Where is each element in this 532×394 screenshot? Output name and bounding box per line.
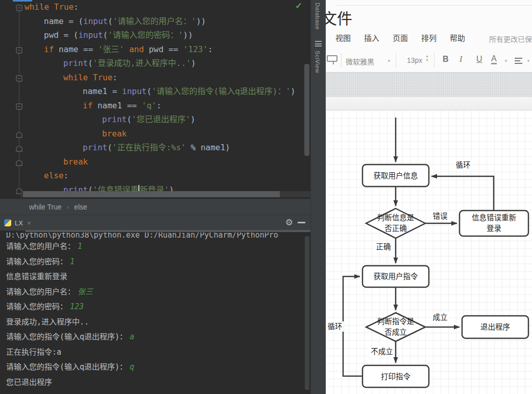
code-editor[interactable]: while True:name = (input('请输入您的用户名：'))pw… (0, 0, 310, 198)
font-size-stepper[interactable]: ▲ ▼ (425, 54, 429, 62)
diagram-canvas[interactable]: 获取用户信息判断信息是否正确信息错误重新登录获取用户指令判断指令是否成立退出程序… (326, 110, 532, 394)
flowchart: 获取用户信息判断信息是否正确信息错误重新登录获取用户指令判断指令是否成立退出程序… (326, 110, 532, 394)
code-line[interactable]: else: (0, 169, 310, 183)
menu-item[interactable]: 插入 (364, 32, 379, 43)
chevron-down-icon[interactable]: ▼ (504, 59, 508, 63)
console-user-input: q (130, 362, 134, 372)
flow-node-get-user-info[interactable]: 获取用户信息 (362, 165, 429, 187)
menu-item[interactable]: 帮助 (450, 32, 465, 43)
flow-node-check-info[interactable]: 判断信息是否正确 (366, 208, 425, 238)
flow-node-label: 打印指令 (381, 373, 410, 381)
font-family-select[interactable]: 微软雅黑 (346, 56, 374, 66)
breadcrumb-item[interactable]: else (74, 203, 87, 211)
flow-edge-label-loop-top[interactable]: 循环 (454, 160, 472, 170)
window-top-border (337, 5, 532, 6)
chevron-down-icon[interactable]: ▼ (387, 59, 391, 63)
code-line[interactable]: if name == '张三' and pwd == '123': (0, 42, 310, 57)
sciview-grid-icon (315, 41, 322, 47)
console-line: 请输入您的用户名：张三 (6, 285, 310, 300)
code-line[interactable]: if name1 == 'q': (0, 99, 310, 113)
flow-edge-label-valid[interactable]: 成立 (431, 312, 449, 322)
flow-node-check-command[interactable]: 判断指令是否成立 (366, 313, 425, 341)
breadcrumb-item[interactable]: while True (29, 203, 62, 211)
console-line: 请输入您的指令(输入q退出程序)：a (6, 330, 310, 345)
app-title: 文件 (326, 6, 352, 29)
console-line: 请输入您的用户名：1 (6, 239, 310, 254)
console-line: 您已退出程序 (6, 375, 310, 390)
code-area[interactable]: while True:name = (input('请输入您的用户名：'))pw… (0, 0, 310, 197)
flow-node-get-command[interactable]: 获取用户指令 (362, 266, 429, 287)
run-tab[interactable]: LX (15, 219, 23, 227)
flow-node-label: 信息错误重新 (472, 214, 516, 222)
diagram-app-window: 文件 视图插入页面排列帮助 所有更改已保 微软雅黑 ▼ 13px ▲ ▼ B I… (326, 0, 532, 394)
console-user-input: 1 (78, 242, 82, 251)
font-color-button[interactable]: A (491, 55, 497, 64)
code-line[interactable]: while True: (0, 0, 310, 14)
ruler-band (326, 97, 532, 110)
flow-edge-label-wrong[interactable]: 错误 (431, 211, 449, 221)
code-line[interactable]: name = (input('请输入您的用户名：')) (0, 14, 310, 29)
menu-item[interactable]: 排列 (421, 32, 437, 43)
underline-button[interactable]: U (476, 55, 482, 64)
flow-node-label: 退出程序 (480, 323, 510, 331)
console-prompt: 请输入您的密码： (6, 257, 67, 266)
breadcrumb-separator: › (67, 203, 69, 211)
step-up-icon[interactable]: ▲ (425, 54, 429, 58)
console-line: 请输入您的指令(输入q退出程序)：q (6, 360, 310, 375)
format-toolbar: 微软雅黑 ▼ 13px ▲ ▼ B I U A ▼ ▼ (326, 49, 532, 73)
flow-node-label: 登录 (487, 224, 501, 233)
align-button[interactable] (515, 58, 522, 64)
code-line[interactable]: name1 = input('请输入您的指令(输入q退出程序)：') (0, 84, 310, 99)
toolbar-separator (341, 53, 342, 67)
console-line: 正在执行指令:a (6, 345, 310, 360)
code-line[interactable]: print('正在执行指令:%s' % name1) (0, 141, 310, 155)
gear-icon[interactable]: ⚙ (285, 217, 293, 228)
code-line[interactable]: print('登录成功,进入程序中..') (0, 56, 310, 71)
menu-item[interactable]: 页面 (393, 32, 408, 43)
sidebar-item-sciview[interactable]: SciView (315, 51, 321, 73)
flow-node-label: 获取用户信息 (374, 172, 418, 180)
console-output[interactable]: D:\python\python38\python.exe D:/RuanJia… (0, 233, 310, 394)
flow-node-print-command[interactable]: 打印指令 (362, 365, 429, 387)
code-line[interactable]: while True: (0, 71, 310, 85)
inspection-ok-icon: ✓ (295, 1, 302, 11)
console-prompt: 请输入您的指令(输入q退出程序)： (6, 332, 127, 341)
step-down-icon[interactable]: ▼ (425, 58, 429, 62)
code-line[interactable]: break (0, 155, 310, 169)
editor-horizontal-scrollbar[interactable] (23, 191, 280, 197)
flow-edge-label-loop-left[interactable]: 循环 (326, 321, 344, 332)
console-line: 请输入您的密码：1 (6, 254, 310, 270)
console-user-input: 1 (70, 257, 75, 266)
format-painter-icon[interactable] (327, 55, 337, 62)
console-prompt: 请输入您的指令(输入q退出程序)： (6, 362, 127, 372)
chevron-down-icon[interactable]: ▼ (526, 59, 530, 63)
svg-text:错误: 错误 (433, 212, 448, 220)
flow-node-label: 判断信息是 (377, 214, 415, 222)
flow-node-relogin[interactable]: 信息错误重新登录 (460, 211, 528, 236)
menu-item[interactable]: 视图 (335, 32, 351, 43)
console-prompt: 请输入您的用户名： (6, 242, 75, 251)
italic-button[interactable]: I (460, 55, 462, 64)
code-line[interactable]: pwd = (input('请输入您的密码：')) (0, 28, 310, 42)
flow-edge-label-invalid[interactable]: 不成立 (369, 346, 395, 357)
console-exec-path: D:\python\python38\python.exe D:/RuanJia… (6, 233, 310, 239)
flow-node-exit-program[interactable]: 退出程序 (462, 316, 528, 338)
console-user-input: 张三 (78, 287, 93, 296)
flow-edge-print-loop[interactable] (343, 276, 362, 376)
console-line: 登录成功,进入程序中.. (6, 315, 310, 330)
console-vertical-scrollbar[interactable] (305, 236, 309, 390)
close-tab-icon[interactable]: × (27, 219, 31, 227)
run-panel-header: LX × ⚙ (0, 215, 310, 230)
bold-button[interactable]: B (443, 55, 449, 64)
editor-vertical-scrollbar[interactable] (304, 64, 309, 156)
toolbar-separator (396, 53, 396, 67)
code-line[interactable]: break (0, 127, 310, 141)
code-line[interactable]: print('您已退出程序') (0, 112, 310, 127)
flow-edge-label-correct[interactable]: 正确 (375, 242, 393, 252)
minimize-panel-icon[interactable] (298, 222, 305, 223)
flow-node-label: 否正确 (384, 224, 407, 233)
menu-bar: 视图插入页面排列帮助 (335, 32, 465, 43)
sidebar-item-database[interactable]: Database (315, 3, 321, 30)
flow-edge-relogin-loop[interactable] (431, 176, 494, 211)
font-size-input[interactable]: 13px (407, 56, 422, 64)
